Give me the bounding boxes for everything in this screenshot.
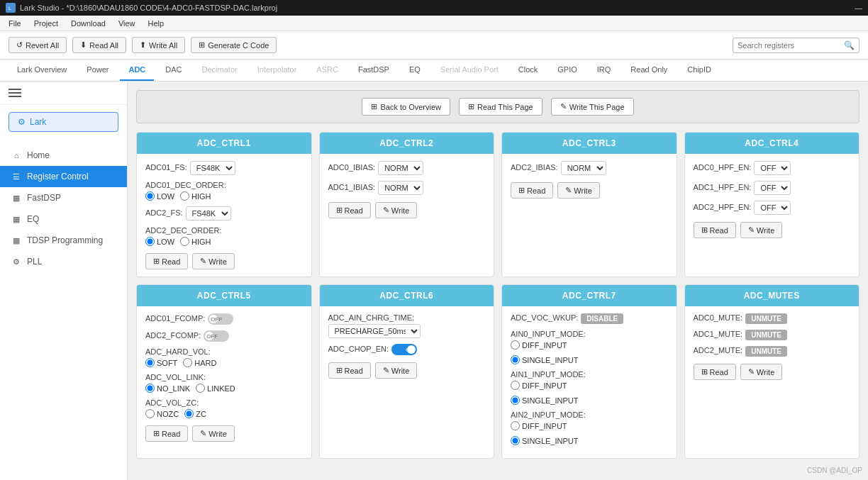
hamburger-icon[interactable] (9, 89, 21, 97)
app-icon: L (6, 3, 16, 13)
voc-wkup-badge[interactable]: DISABLE (581, 313, 623, 324)
adc-ctrl5-write-button[interactable]: ✎ Write (192, 425, 234, 442)
adc-chop-en-toggle[interactable] (391, 344, 417, 355)
menu-view[interactable]: View (113, 18, 141, 29)
adc-ctrl6-write-button[interactable]: ✎ Write (375, 362, 417, 379)
ain0-diff-radio[interactable]: DIFF_INPUT (511, 340, 567, 350)
adc2-hpf-select[interactable]: OFF (754, 201, 791, 215)
tab-irq[interactable]: IRQ (589, 60, 620, 81)
read-icon: ⊞ (336, 366, 343, 375)
adc1-ibias-select[interactable]: NORM (378, 181, 423, 195)
adc2-dec-low-radio[interactable]: LOW (145, 237, 174, 246)
sidebar-item-home[interactable]: ⌂ Home (0, 145, 127, 166)
read-this-page-button[interactable]: ⊞ Read This Page (459, 98, 542, 116)
lark-button[interactable]: ⚙ Lark (9, 112, 118, 132)
read-all-button[interactable]: ⬇ Read All (72, 37, 126, 53)
adc2-fs-select[interactable]: FS48K (186, 206, 231, 221)
adc01-dec-low-radio[interactable]: LOW (145, 191, 174, 201)
tab-clock[interactable]: Clock (510, 60, 547, 81)
adc-ctrl6-read-button[interactable]: ⊞ Read (328, 362, 371, 379)
reg-body-adc-ctrl5: ADC01_FCOMP: ADC2_FCOMP: ADC_HARD_VOL: (137, 306, 311, 449)
adc2-dec-high-radio[interactable]: HIGH (180, 237, 211, 246)
adc-ctrl6-buttons: ⊞ Read ✎ Write (328, 362, 486, 379)
adc01-fs-select[interactable]: FS48K (190, 161, 235, 175)
tab-gpio[interactable]: GPIO (549, 60, 586, 81)
gear-icon: ⚙ (18, 117, 26, 127)
linked-radio[interactable]: LINKED (196, 384, 235, 393)
adc1-hpf-select[interactable]: OFF (754, 181, 791, 195)
ain2-single-radio[interactable]: SINGLE_INPUT (511, 436, 578, 445)
ain2-diff-radio[interactable]: DIFF_INPUT (511, 421, 567, 430)
adc-ctrl1-write-button[interactable]: ✎ Write (192, 253, 234, 269)
tab-read-only[interactable]: Read Only (622, 60, 676, 81)
no-link-radio[interactable]: NO_LINK (145, 384, 190, 393)
sidebar-nav: ⌂ Home ☰ Register Control ▦ FastDSP ▦ EQ… (0, 139, 127, 480)
sidebar-item-eq[interactable]: ▦ EQ (0, 208, 127, 230)
reg-body-adc-ctrl2: ADC0_IBIAS: NORM ADC1_IBIAS: NORM ⊞ Read (320, 154, 494, 225)
adc-mutes-read-button[interactable]: ⊞ Read (694, 364, 736, 380)
adc0-ibias-select[interactable]: NORM (378, 161, 423, 175)
sidebar-item-tdsp[interactable]: ▦ TDSP Programming (0, 230, 127, 251)
window-close[interactable]: — (855, 4, 862, 12)
write-all-button[interactable]: ⬆ Write All (132, 37, 185, 53)
revert-all-button[interactable]: ↺ Revert All (9, 37, 67, 53)
nozc-radio[interactable]: NOZC (145, 409, 179, 418)
search-input[interactable] (738, 41, 844, 50)
ain0-single-radio[interactable]: SINGLE_INPUT (511, 355, 578, 364)
adc2-dec-order-group: LOW HIGH (145, 237, 303, 246)
adc-ctrl3-write-button[interactable]: ✎ Write (557, 182, 599, 199)
hard-radio[interactable]: HARD (183, 358, 216, 367)
soft-radio[interactable]: SOFT (145, 358, 177, 367)
write-this-page-button[interactable]: ✎ Write This Page (551, 98, 634, 116)
field-adc0-ibias: ADC0_IBIAS: NORM (328, 161, 486, 175)
adc01-dec-high-radio[interactable]: HIGH (180, 191, 211, 201)
field-adc2-fcomp: ADC2_FCOMP: (145, 330, 303, 342)
menu-project[interactable]: Project (28, 18, 64, 29)
generate-c-button[interactable]: ⊞ Generate C Code (191, 37, 277, 53)
back-to-overview-button[interactable]: ⊞ Back to Overview (362, 98, 450, 116)
adc-ctrl4-write-button[interactable]: ✎ Write (740, 222, 782, 238)
menu-file[interactable]: File (3, 18, 27, 29)
read-icon: ⊞ (518, 186, 525, 195)
adc-ctrl4-buttons: ⊞ Read ✎ Write (694, 222, 851, 238)
adc0-hpf-select[interactable]: OFF (754, 161, 791, 175)
search-box[interactable]: 🔍 (733, 38, 859, 53)
tab-fastdsp[interactable]: FastDSP (350, 60, 398, 81)
adc-ctrl1-read-button[interactable]: ⊞ Read (145, 253, 188, 269)
menu-download[interactable]: Download (65, 18, 111, 29)
adc-ain-chrg-select[interactable]: PRECHARGE_50ms (328, 324, 421, 338)
zc-radio[interactable]: ZC (184, 409, 206, 418)
ain1-diff-radio[interactable]: DIFF_INPUT (511, 381, 567, 390)
adc01-fcomp-toggle[interactable] (208, 313, 233, 325)
adc-ctrl3-read-button[interactable]: ⊞ Read (511, 182, 553, 199)
tab-dac[interactable]: DAC (157, 60, 190, 81)
adc-ctrl1-buttons: ⊞ Read ✎ Write (145, 253, 303, 269)
reg-title-adc-ctrl6: ADC_CTRL6 (320, 285, 494, 306)
tab-eq[interactable]: EQ (401, 60, 429, 81)
adc-ctrl2-read-button[interactable]: ⊞ Read (328, 202, 371, 218)
adc2-ibias-select[interactable]: NORM (561, 161, 606, 175)
field-adc01-dec-order: ADC01_DEC_ORDER: LOW HIGH (145, 181, 303, 201)
menu-help[interactable]: Help (143, 18, 170, 29)
sidebar-item-pll[interactable]: ⚙ PLL (0, 251, 127, 272)
adc0-mute-badge[interactable]: UNMUTE (745, 313, 787, 324)
sidebar-item-register-control[interactable]: ☰ Register Control (0, 166, 127, 187)
ain1-single-radio[interactable]: SINGLE_INPUT (511, 396, 578, 405)
sidebar-toggle[interactable] (0, 82, 127, 105)
write-icon: ✎ (748, 225, 755, 235)
ain0-mode-group: DIFF_INPUT SINGLE_INPUT (511, 340, 668, 364)
back-icon: ⊞ (371, 102, 377, 111)
adc1-mute-badge[interactable]: UNMUTE (745, 330, 787, 340)
adc-ctrl2-write-button[interactable]: ✎ Write (375, 202, 417, 218)
tab-adc[interactable]: ADC (120, 60, 154, 81)
field-ain0-input-mode: AIN0_INPUT_MODE: DIFF_INPUT SINGLE_INPUT (511, 330, 668, 364)
adc2-mute-badge[interactable]: UNMUTE (745, 346, 787, 357)
tab-lark-overview[interactable]: Lark Overview (9, 60, 75, 81)
adc-ctrl5-read-button[interactable]: ⊞ Read (145, 425, 188, 442)
adc-mutes-write-button[interactable]: ✎ Write (740, 364, 782, 380)
adc-ctrl4-read-button[interactable]: ⊞ Read (694, 222, 736, 238)
tab-power[interactable]: Power (78, 60, 117, 81)
tab-chipid[interactable]: ChipID (679, 60, 720, 81)
adc2-fcomp-toggle[interactable] (204, 330, 229, 342)
sidebar-item-fastdsp[interactable]: ▦ FastDSP (0, 187, 127, 208)
